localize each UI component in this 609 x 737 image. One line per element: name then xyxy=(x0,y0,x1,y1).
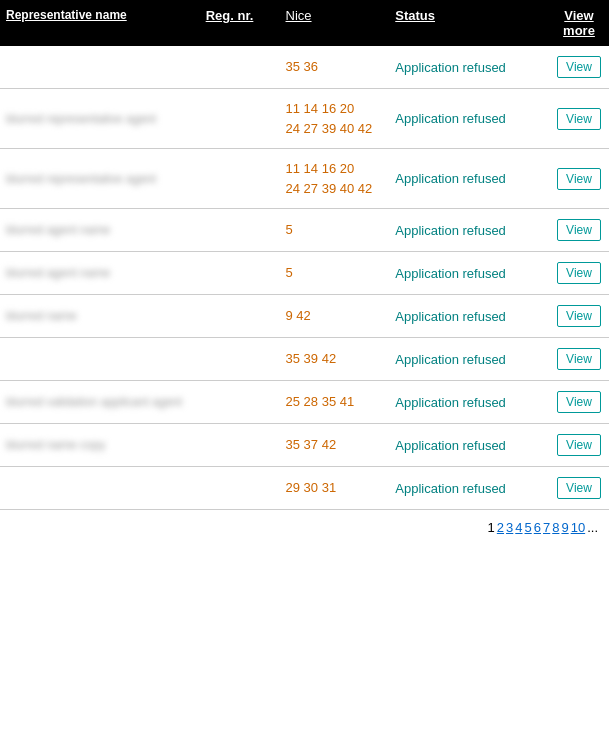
view-button-1[interactable]: View xyxy=(557,108,601,130)
table-row: blurred validation applicant agent25 28 … xyxy=(0,381,609,424)
cell-status-3: Application refused xyxy=(389,209,549,252)
view-button-9[interactable]: View xyxy=(557,477,601,499)
nice-numbers: 35 36 xyxy=(286,59,319,74)
nice-numbers: 25 28 35 41 xyxy=(286,394,355,409)
table-row: blurred representative agent11 14 16 202… xyxy=(0,89,609,149)
page-link-7[interactable]: 7 xyxy=(543,520,550,535)
col-header-reg[interactable]: Reg. nr. xyxy=(200,0,280,46)
cell-name-9 xyxy=(0,467,200,510)
cell-name-5: blurred name xyxy=(0,295,200,338)
view-button-0[interactable]: View xyxy=(557,56,601,78)
col-header-view: View more xyxy=(549,0,609,46)
view-button-6[interactable]: View xyxy=(557,348,601,370)
cell-reg-4 xyxy=(200,252,280,295)
sort-nice-link[interactable]: Nice xyxy=(286,8,312,23)
view-button-2[interactable]: View xyxy=(557,168,601,190)
table-row: 29 30 31Application refusedView xyxy=(0,467,609,510)
view-button-3[interactable]: View xyxy=(557,219,601,241)
view-button-8[interactable]: View xyxy=(557,434,601,456)
cell-reg-1 xyxy=(200,89,280,149)
view-button-5[interactable]: View xyxy=(557,305,601,327)
table-row: blurred agent name5Application refusedVi… xyxy=(0,252,609,295)
cell-nice-0: 35 36 xyxy=(280,46,390,89)
cell-name-3: blurred agent name xyxy=(0,209,200,252)
table-row: 35 36Application refusedView xyxy=(0,46,609,89)
applications-table: Representative name Reg. nr. Nice Status… xyxy=(0,0,609,510)
cell-reg-0 xyxy=(200,46,280,89)
page-ellipsis: ... xyxy=(587,520,598,535)
cell-view-1: View xyxy=(549,89,609,149)
table-row: 35 39 42Application refusedView xyxy=(0,338,609,381)
blurred-name: blurred name xyxy=(6,309,77,323)
nice-numbers: 5 xyxy=(286,265,293,280)
cell-reg-2 xyxy=(200,149,280,209)
table-body: 35 36Application refusedViewblurred repr… xyxy=(0,46,609,510)
cell-status-8: Application refused xyxy=(389,424,549,467)
cell-nice-7: 25 28 35 41 xyxy=(280,381,390,424)
cell-view-0: View xyxy=(549,46,609,89)
table-header-row: Representative name Reg. nr. Nice Status… xyxy=(0,0,609,46)
page-link-4[interactable]: 4 xyxy=(515,520,522,535)
nice-numbers: 29 30 31 xyxy=(286,480,337,495)
cell-name-2: blurred representative agent xyxy=(0,149,200,209)
cell-view-7: View xyxy=(549,381,609,424)
cell-status-0: Application refused xyxy=(389,46,549,89)
blurred-name: blurred representative agent xyxy=(6,172,156,186)
cell-status-5: Application refused xyxy=(389,295,549,338)
cell-view-6: View xyxy=(549,338,609,381)
view-button-7[interactable]: View xyxy=(557,391,601,413)
page-link-2[interactable]: 2 xyxy=(497,520,504,535)
table-row: blurred name copy35 37 42Application ref… xyxy=(0,424,609,467)
col-header-status[interactable]: Status xyxy=(389,0,549,46)
cell-reg-9 xyxy=(200,467,280,510)
cell-nice-6: 35 39 42 xyxy=(280,338,390,381)
page-link-5[interactable]: 5 xyxy=(525,520,532,535)
blurred-name: blurred representative agent xyxy=(6,112,156,126)
nice-numbers: 9 42 xyxy=(286,308,311,323)
page-link-6[interactable]: 6 xyxy=(534,520,541,535)
cell-reg-8 xyxy=(200,424,280,467)
cell-name-0 xyxy=(0,46,200,89)
sort-name-link[interactable]: Representative name xyxy=(6,8,127,22)
table-row: blurred agent name5Application refusedVi… xyxy=(0,209,609,252)
cell-name-4: blurred agent name xyxy=(0,252,200,295)
cell-reg-6 xyxy=(200,338,280,381)
page-link-10[interactable]: 10 xyxy=(571,520,585,535)
sort-reg-link[interactable]: Reg. nr. xyxy=(206,8,254,23)
cell-status-4: Application refused xyxy=(389,252,549,295)
blurred-name: blurred agent name xyxy=(6,223,110,237)
cell-reg-5 xyxy=(200,295,280,338)
cell-status-6: Application refused xyxy=(389,338,549,381)
nice-numbers: 35 39 42 xyxy=(286,351,337,366)
nice-numbers: 35 37 42 xyxy=(286,437,337,452)
cell-nice-4: 5 xyxy=(280,252,390,295)
page-link-3[interactable]: 3 xyxy=(506,520,513,535)
sort-status-link[interactable]: Status xyxy=(395,8,435,23)
cell-name-1: blurred representative agent xyxy=(0,89,200,149)
cell-view-5: View xyxy=(549,295,609,338)
cell-view-8: View xyxy=(549,424,609,467)
table-row: blurred name9 42Application refusedView xyxy=(0,295,609,338)
col-header-nice[interactable]: Nice xyxy=(280,0,390,46)
page-link-9[interactable]: 9 xyxy=(561,520,568,535)
blurred-name: blurred validation applicant agent xyxy=(6,395,182,409)
cell-nice-8: 35 37 42 xyxy=(280,424,390,467)
view-button-4[interactable]: View xyxy=(557,262,601,284)
view-more-label: View more xyxy=(563,8,595,38)
cell-name-7: blurred validation applicant agent xyxy=(0,381,200,424)
pagination: 12345678910... xyxy=(0,510,609,540)
cell-view-4: View xyxy=(549,252,609,295)
table-row: blurred representative agent11 14 16 202… xyxy=(0,149,609,209)
nice-numbers: 11 14 16 2024 27 39 40 42 xyxy=(286,161,373,196)
cell-status-2: Application refused xyxy=(389,149,549,209)
cell-reg-7 xyxy=(200,381,280,424)
cell-nice-1: 11 14 16 2024 27 39 40 42 xyxy=(280,89,390,149)
blurred-name: blurred name copy xyxy=(6,438,105,452)
cell-view-3: View xyxy=(549,209,609,252)
cell-view-9: View xyxy=(549,467,609,510)
page-link-8[interactable]: 8 xyxy=(552,520,559,535)
cell-nice-9: 29 30 31 xyxy=(280,467,390,510)
nice-numbers: 5 xyxy=(286,222,293,237)
col-header-name[interactable]: Representative name xyxy=(0,0,200,46)
blurred-name: blurred agent name xyxy=(6,266,110,280)
